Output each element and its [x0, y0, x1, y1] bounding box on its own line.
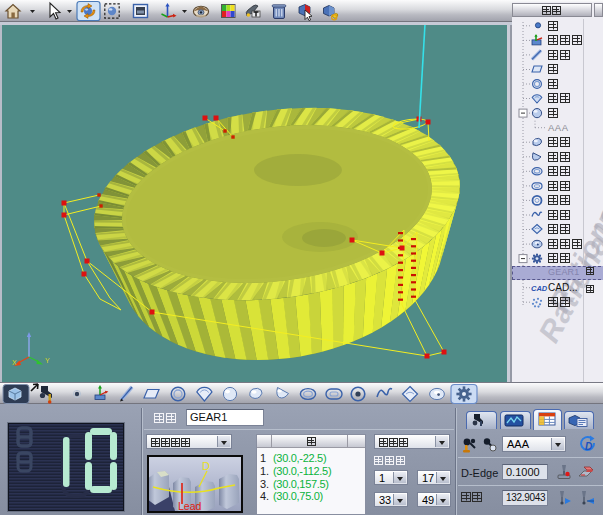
- svg-text:D: D: [202, 460, 210, 472]
- svg-text:X: X: [12, 359, 17, 366]
- svg-text:D: D: [585, 441, 592, 452]
- svg-text:Y: Y: [45, 357, 50, 364]
- svg-text:Lead: Lead: [178, 500, 202, 511]
